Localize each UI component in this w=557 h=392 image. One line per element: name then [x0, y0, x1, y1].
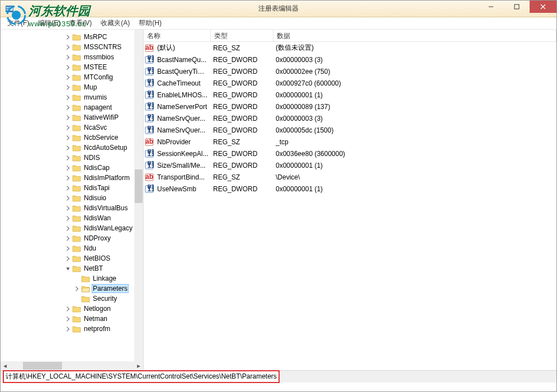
menu-favorites[interactable]: 收藏夹(A) [96, 17, 134, 29]
folder-icon [81, 295, 90, 303]
tree-item[interactable]: Netlogon [1, 304, 143, 314]
tree-item[interactable]: Ndisuio [1, 193, 143, 203]
collapse-icon[interactable] [64, 265, 72, 272]
expand-icon[interactable] [64, 144, 72, 152]
value-data: 0x00000089 (137) [273, 103, 556, 111]
tree-item[interactable]: NcdAutoSetup [1, 143, 143, 153]
tree-view[interactable]: MsRPCMSSCNTRSmssmbiosMSTEEMTConfigMupmvu… [1, 30, 143, 361]
expand-icon[interactable] [64, 84, 72, 91]
reg-dword-icon [144, 55, 155, 64]
tree-item[interactable]: Security [1, 294, 143, 304]
menu-edit[interactable]: 编辑(E) [34, 17, 65, 29]
menu-view[interactable]: 查看(V) [65, 17, 96, 29]
expand-icon[interactable] [64, 315, 72, 323]
tree-item[interactable]: NdisWanLegacy [1, 223, 143, 233]
list-row[interactable]: SessionKeepAl...REG_DWORD0x0036ee80 (360… [144, 148, 556, 159]
tree-item[interactable]: MTConfig [1, 72, 143, 82]
expand-icon[interactable] [64, 205, 72, 212]
tree-item[interactable]: NetBT [1, 263, 143, 273]
expand-icon[interactable] [64, 114, 72, 121]
tree-item[interactable]: NdisTapi [1, 183, 143, 193]
tree-item[interactable]: napagent [1, 102, 143, 112]
list-row[interactable]: EnableLMHOS...REG_DWORD0x00000001 (1) [144, 89, 556, 101]
list-row[interactable]: BcastQueryTim...REG_DWORD0x000002ee (750… [144, 65, 556, 77]
expand-icon[interactable] [64, 74, 72, 81]
folder-icon [81, 285, 90, 292]
tree-item[interactable]: mvumis [1, 92, 143, 102]
reg-dword-icon [144, 161, 155, 170]
tree-item[interactable]: NdisCap [1, 163, 143, 173]
expand-icon[interactable] [64, 325, 72, 333]
list-view[interactable]: (默认)REG_SZ(数值未设置)BcastNameQu...REG_DWORD… [144, 42, 556, 195]
tree-item[interactable]: Netman [1, 314, 143, 324]
tree-item[interactable]: NcaSvc [1, 122, 143, 133]
menu-file[interactable]: 文件(F) [3, 17, 34, 29]
expand-icon[interactable] [64, 195, 72, 202]
list-row[interactable]: BcastNameQu...REG_DWORD0x00000003 (3) [144, 54, 556, 65]
column-data[interactable]: 数据 [273, 30, 556, 41]
tree-item[interactable]: Ndu [1, 243, 143, 253]
tree-item[interactable]: NdisImPlatform [1, 173, 143, 183]
expand-icon[interactable] [64, 305, 72, 313]
close-button[interactable] [530, 1, 556, 13]
tree-item[interactable]: MSSCNTRS [1, 42, 143, 52]
expand-icon[interactable] [64, 124, 72, 131]
expand-icon[interactable] [64, 245, 72, 252]
tree-item[interactable]: NdisWan [1, 213, 143, 223]
list-row[interactable]: (默认)REG_SZ(数值未设置) [144, 42, 556, 54]
expand-icon[interactable] [64, 34, 72, 41]
list-row[interactable]: Size/Small/Me...REG_DWORD0x00000001 (1) [144, 159, 556, 171]
list-row[interactable]: TransportBind...REG_SZ\Device\ [144, 171, 556, 183]
column-name[interactable]: 名称 [144, 30, 211, 41]
list-row[interactable]: UseNewSmbREG_DWORD0x00000001 (1) [144, 183, 556, 195]
expand-icon[interactable] [64, 64, 72, 71]
tree-item[interactable]: NdisVirtualBus [1, 203, 143, 213]
tree-item-label: NetBT [83, 265, 104, 272]
expand-icon[interactable] [64, 94, 72, 101]
list-row[interactable]: NameServerPortREG_DWORD0x00000089 (137) [144, 101, 556, 112]
list-row[interactable]: NameSrvQuer...REG_DWORD0x000005dc (1500) [144, 124, 556, 136]
tree-item[interactable]: Linkage [1, 273, 143, 284]
expand-icon[interactable] [64, 225, 72, 232]
tree-item[interactable]: MsRPC [1, 32, 143, 42]
tree-item[interactable]: Parameters [1, 284, 143, 294]
tree-item[interactable]: NcbService [1, 133, 143, 143]
tree-item[interactable]: NDIS [1, 153, 143, 163]
tree-item-label: NDProxy [83, 234, 112, 242]
column-type[interactable]: 类型 [211, 30, 273, 41]
expand-icon[interactable] [64, 164, 72, 172]
tree-item[interactable]: NativeWifiP [1, 112, 143, 122]
tree-item[interactable]: mssmbios [1, 52, 143, 62]
expand-icon[interactable] [64, 215, 72, 222]
tree-item[interactable]: MSTEE [1, 62, 143, 72]
tree-vertical-scrollbar[interactable] [134, 30, 143, 361]
expand-icon[interactable] [64, 174, 72, 182]
scrollbar-thumb[interactable] [135, 169, 143, 203]
maximize-button[interactable] [504, 1, 530, 13]
scroll-right-icon[interactable]: ▸ [134, 361, 143, 370]
expand-icon[interactable] [64, 54, 72, 61]
list-row[interactable]: CacheTimeoutREG_DWORD0x000927c0 (600000) [144, 77, 556, 89]
expand-icon[interactable] [64, 185, 72, 192]
reg-string-icon [144, 44, 155, 53]
expand-icon[interactable] [64, 44, 72, 51]
expand-icon[interactable] [73, 285, 81, 292]
expand-icon[interactable] [64, 235, 72, 242]
expand-icon[interactable] [64, 255, 72, 262]
value-name: TransportBind... [155, 173, 211, 181]
reg-dword-icon [144, 91, 155, 100]
tree-horizontal-scrollbar[interactable]: ◂ ▸ [1, 361, 143, 370]
expand-icon[interactable] [64, 104, 72, 111]
tree-item[interactable]: NetBIOS [1, 253, 143, 263]
expand-icon[interactable] [64, 154, 72, 162]
tree-item[interactable]: Mup [1, 82, 143, 92]
minimize-button[interactable] [478, 1, 504, 13]
tree-item[interactable]: netprofm [1, 324, 143, 334]
expand-icon[interactable] [64, 134, 72, 141]
tree-item[interactable]: NDProxy [1, 233, 143, 243]
list-row[interactable]: NameSrvQuer...REG_DWORD0x00000003 (3) [144, 112, 556, 124]
menu-help[interactable]: 帮助(H) [134, 17, 166, 29]
scrollbar-thumb[interactable] [23, 362, 62, 370]
scroll-left-icon[interactable]: ◂ [1, 361, 10, 370]
list-row[interactable]: NbProviderREG_SZ_tcp [144, 136, 556, 148]
